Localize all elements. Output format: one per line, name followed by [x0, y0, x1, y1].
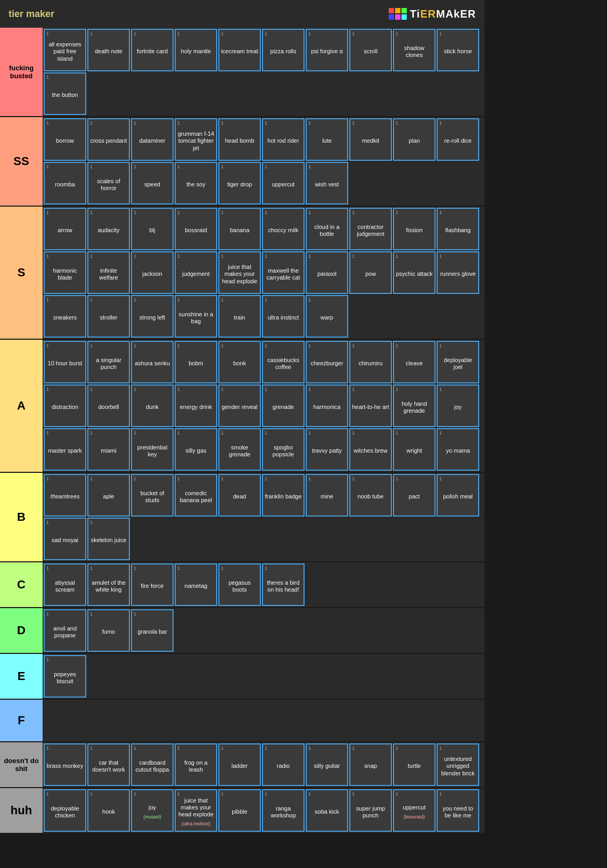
- list-item[interactable]: 1super jump punch: [349, 789, 392, 832]
- list-item[interactable]: 1amulet of the white king: [87, 563, 130, 606]
- list-item[interactable]: 1polish meal: [437, 474, 479, 517]
- list-item[interactable]: 1lute: [306, 118, 348, 161]
- list-item[interactable]: 1dead: [218, 474, 261, 517]
- list-item[interactable]: 1frog on a leash: [175, 743, 217, 786]
- list-item[interactable]: 1judgement: [175, 251, 217, 294]
- list-item[interactable]: 1fire force: [131, 563, 174, 606]
- list-item[interactable]: 1sunshine in a bag: [175, 295, 217, 338]
- list-item[interactable]: 1#teamtrees: [44, 474, 86, 517]
- list-item[interactable]: 1pact: [393, 474, 436, 517]
- list-item[interactable]: 1mine: [306, 474, 348, 517]
- list-item[interactable]: 1tiger drop: [218, 162, 261, 204]
- list-item[interactable]: 1plan: [393, 118, 436, 161]
- list-item[interactable]: 1icecream treat: [218, 29, 261, 71]
- list-item[interactable]: 1blj: [131, 208, 174, 250]
- list-item[interactable]: 1roomba: [44, 162, 86, 204]
- list-item[interactable]: 1ashura senku: [131, 341, 174, 383]
- list-item[interactable]: 1speed: [131, 162, 174, 204]
- list-item[interactable]: 1snap: [349, 743, 392, 786]
- list-item[interactable]: 1all expenses paid free island: [44, 29, 86, 71]
- list-item[interactable]: 1smoke grenade: [218, 428, 261, 471]
- list-item[interactable]: 1strong left: [131, 295, 174, 338]
- list-item[interactable]: 1cross pendant: [87, 118, 130, 161]
- list-item[interactable]: 1pow: [349, 251, 392, 294]
- list-item[interactable]: 1holy mantle: [175, 29, 217, 71]
- list-item[interactable]: 1chirumiru: [349, 341, 392, 383]
- list-item[interactable]: 1hot rod rider: [262, 118, 305, 161]
- list-item[interactable]: 1ranga workshop: [262, 789, 305, 832]
- list-item[interactable]: 1stroller: [87, 295, 130, 338]
- list-item[interactable]: 1re-roll dice: [437, 118, 479, 161]
- list-item[interactable]: 1bucket of studs: [131, 474, 174, 517]
- list-item[interactable]: 1psychic attack: [393, 251, 436, 294]
- list-item[interactable]: 1bossraid: [175, 208, 217, 250]
- list-item[interactable]: 1harmonica: [306, 384, 348, 427]
- list-item[interactable]: 1joy(mutant): [131, 789, 174, 832]
- list-item[interactable]: 1abyssal scream: [44, 563, 86, 606]
- list-item[interactable]: 1travvy patty: [306, 428, 348, 471]
- list-item[interactable]: 1silly gas: [175, 428, 217, 471]
- list-item[interactable]: 1runners glove: [437, 251, 479, 294]
- list-item[interactable]: 1arrow: [44, 208, 86, 250]
- list-item[interactable]: 1banana: [218, 208, 261, 250]
- list-item[interactable]: 1dunk: [131, 384, 174, 427]
- list-item[interactable]: 1radio: [262, 743, 305, 786]
- list-item[interactable]: 1yo mama: [437, 428, 479, 471]
- list-item[interactable]: 1noob tube: [349, 474, 392, 517]
- list-item[interactable]: 1juice that makes your head explode(ultr…: [175, 789, 217, 832]
- list-item[interactable]: 1contractor judgement: [349, 208, 392, 250]
- list-item[interactable]: 1miami: [87, 428, 130, 471]
- list-item[interactable]: 1the soy: [175, 162, 217, 204]
- list-item[interactable]: 1turtle: [393, 743, 436, 786]
- list-item[interactable]: 1silly guitar: [306, 743, 348, 786]
- list-item[interactable]: 1grenade: [262, 384, 305, 427]
- list-item[interactable]: 1scales of horror: [87, 162, 130, 204]
- list-item[interactable]: 1joy: [437, 384, 479, 427]
- list-item[interactable]: 1brass monkey: [44, 743, 86, 786]
- list-item[interactable]: 1stick horse: [437, 29, 479, 71]
- list-item[interactable]: 1cleave: [393, 341, 436, 383]
- list-item[interactable]: 1parasol: [306, 251, 348, 294]
- list-item[interactable]: 1flashbang: [437, 208, 479, 250]
- list-item[interactable]: 1holy hand grenade: [393, 384, 436, 427]
- list-item[interactable]: 1untextured unrigged blender brick: [437, 743, 479, 786]
- list-item[interactable]: 1infinite welfare: [87, 251, 130, 294]
- list-item[interactable]: 1pizza rolls: [262, 29, 305, 71]
- list-item[interactable]: 1uppercut: [262, 162, 305, 204]
- list-item[interactable]: 1borrow: [44, 118, 86, 161]
- list-item[interactable]: 1ladder: [218, 743, 261, 786]
- list-item[interactable]: 1gender reveal: [218, 384, 261, 427]
- list-item[interactable]: 1soba kick: [306, 789, 348, 832]
- list-item[interactable]: 1wright: [393, 428, 436, 471]
- list-item[interactable]: 1medkit: [349, 118, 392, 161]
- list-item[interactable]: 110 hour burst: [44, 341, 86, 383]
- list-item[interactable]: 1fumo: [87, 609, 130, 652]
- list-item[interactable]: 1sneakers: [44, 295, 86, 338]
- list-item[interactable]: 1cloud in a bottle: [306, 208, 348, 250]
- list-item[interactable]: 1shadow clones: [393, 29, 436, 71]
- list-item[interactable]: 1juice that makes your head explode: [218, 251, 261, 294]
- list-item[interactable]: 1spogbo popsicle: [262, 428, 305, 471]
- list-item[interactable]: 1heart-to-he art: [349, 384, 392, 427]
- list-item[interactable]: 1skeleton juice: [87, 518, 130, 560]
- list-item[interactable]: 1witches brew: [349, 428, 392, 471]
- list-item[interactable]: 1death note: [87, 29, 130, 71]
- list-item[interactable]: 1ultra instinct: [262, 295, 305, 338]
- list-item[interactable]: 1fission: [393, 208, 436, 250]
- list-item[interactable]: 1energy drink: [175, 384, 217, 427]
- list-item[interactable]: 1comedic banana peel: [175, 474, 217, 517]
- list-item[interactable]: 1dataminer: [131, 118, 174, 161]
- list-item[interactable]: 1granola bar: [131, 609, 174, 652]
- list-item[interactable]: 1the button: [44, 72, 86, 115]
- list-item[interactable]: 1car that doesn't work: [87, 743, 130, 786]
- list-item[interactable]: 1choccy milk: [262, 208, 305, 250]
- list-item[interactable]: 1deployable chicken: [44, 789, 86, 832]
- list-item[interactable]: 1fortnite card: [131, 29, 174, 71]
- list-item[interactable]: 1jackson: [131, 251, 174, 294]
- list-item[interactable]: 1maxwell the carryable cat: [262, 251, 305, 294]
- list-item[interactable]: 1deployable joel: [437, 341, 479, 383]
- list-item[interactable]: 1audacity: [87, 208, 130, 250]
- list-item[interactable]: 1harmonic blade: [44, 251, 86, 294]
- list-item[interactable]: 1master spark: [44, 428, 86, 471]
- list-item[interactable]: 1head bomb: [218, 118, 261, 161]
